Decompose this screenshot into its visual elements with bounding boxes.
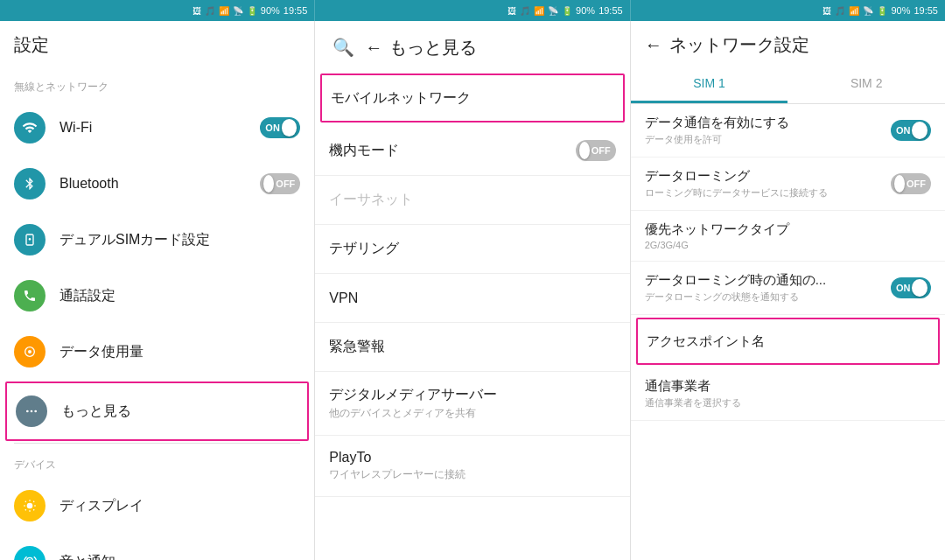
- playto-item[interactable]: PlayTo ワイヤレスプレーヤーに接続: [315, 436, 629, 497]
- bluetooth-icon-circle: [14, 168, 46, 200]
- emergency-item[interactable]: 緊急警報: [315, 323, 629, 372]
- preferred-network-subtitle: 2G/3G/4G: [645, 240, 931, 250]
- dual-sim-item[interactable]: デュアルSIMカード設定: [0, 212, 314, 268]
- sound-icon-circle: [14, 546, 46, 560]
- carrier-item[interactable]: 通信事業者 通信事業者を選択する: [631, 368, 945, 421]
- svg-point-2: [26, 410, 29, 413]
- roaming-notify-item[interactable]: データローミング時の通知の... データローミングの状態を通知する ON: [631, 262, 945, 315]
- data-roaming-item[interactable]: データローミング ローミング時にデータサービスに接続する OFF: [631, 158, 945, 211]
- svg-point-4: [34, 410, 37, 413]
- dual-sim-text: デュアルSIMカード設定: [60, 231, 300, 249]
- network-panel: ← ネットワーク設定 SIM 1 SIM 2 データ通信を有効にする データ使用…: [631, 21, 945, 560]
- svg-point-1: [28, 350, 32, 354]
- airplane-item[interactable]: 機内モード OFF: [315, 126, 629, 176]
- status-bars: 🖼 🎵 📶 📡 🔋 90% 19:55 🖼 🎵 📶 📡 🔋 90% 19:55 …: [0, 0, 945, 21]
- call-text: 通話設定: [60, 287, 300, 305]
- data-usage-icon-circle: [14, 336, 46, 368]
- more-item[interactable]: もっと見る: [5, 382, 309, 441]
- status-bar-2: 🖼 🎵 📶 📡 🔋 90% 19:55: [315, 0, 630, 21]
- wifi-title: Wi-Fi: [60, 120, 260, 136]
- roaming-notify-text: データローミング時の通知の... データローミングの状態を通知する: [645, 272, 891, 304]
- data-enabled-text: データ通信を有効にする データ使用を許可: [645, 115, 891, 146]
- tethering-item[interactable]: テザリング: [315, 225, 629, 274]
- bluetooth-item[interactable]: Bluetooth OFF: [0, 156, 314, 212]
- wifi-text: Wi-Fi: [60, 120, 260, 136]
- roaming-notify-toggle-label: ON: [896, 283, 911, 293]
- svg-point-5: [27, 503, 33, 509]
- playto-title: PlayTo: [329, 450, 615, 466]
- data-enabled-title: データ通信を有効にする: [645, 115, 891, 131]
- display-item[interactable]: ディスプレイ: [0, 478, 314, 534]
- media-server-subtitle: 他のデバイスとメディアを共有: [329, 406, 615, 421]
- more-list: モバイルネットワーク 機内モード OFF イーサネット テザリング: [315, 70, 629, 560]
- sound-item[interactable]: 音と通知: [0, 534, 314, 560]
- back-arrow-more[interactable]: ←: [365, 38, 382, 58]
- mobile-network-item[interactable]: モバイルネットワーク: [320, 74, 624, 122]
- data-roaming-subtitle: ローミング時にデータサービスに接続する: [645, 186, 891, 200]
- airplane-row: 機内モード OFF: [329, 140, 615, 161]
- notification-icon-2: 🖼: [508, 6, 516, 16]
- dual-sim-icon-circle: [14, 224, 46, 256]
- music-icon-2: 🎵: [520, 6, 530, 16]
- dual-sim-title: デュアルSIMカード設定: [60, 231, 300, 249]
- more-header-row: 🔍 ← もっと見る: [329, 33, 615, 61]
- network-list: データ通信を有効にする データ使用を許可 ON データローミング ローミング時に…: [631, 104, 945, 560]
- more-title: もっと見る: [389, 36, 477, 60]
- call-icon-circle: [14, 280, 46, 312]
- settings-panel: 設定 無線とネットワーク Wi-Fi ON: [0, 21, 315, 560]
- network-header: ← ネットワーク設定: [631, 21, 945, 66]
- more-panel: 🔍 ← もっと見る モバイルネットワーク 機内モード OFF: [315, 21, 630, 560]
- data-enabled-subtitle: データ使用を許可: [645, 133, 891, 146]
- sim2-tab[interactable]: SIM 2: [788, 66, 945, 103]
- status-bar-1: 🖼 🎵 📶 📡 🔋 90% 19:55: [0, 0, 315, 21]
- bluetooth-toggle-knob: [263, 175, 274, 192]
- data-roaming-knob: [894, 175, 905, 192]
- call-item[interactable]: 通話設定: [0, 268, 314, 324]
- search-button[interactable]: 🔍: [329, 33, 358, 61]
- battery-icon: 🔋: [247, 6, 257, 16]
- media-server-item[interactable]: デジタルメディアサーバー 他のデバイスとメディアを共有: [315, 372, 629, 436]
- bluetooth-text: Bluetooth: [60, 176, 260, 192]
- data-enabled-toggle-label: ON: [896, 125, 911, 136]
- mobile-network-title: モバイルネットワーク: [331, 89, 613, 108]
- notification-icon: 🖼: [192, 6, 201, 16]
- ethernet-title: イーサネット: [329, 191, 615, 209]
- airplane-toggle-knob: [579, 142, 590, 159]
- roaming-notify-knob: [912, 279, 928, 297]
- carrier-title: 通信事業者: [645, 378, 931, 395]
- data-roaming-title: データローミング: [645, 168, 891, 185]
- time-1: 19:55: [284, 5, 308, 16]
- data-usage-item[interactable]: データ使用量: [0, 324, 314, 380]
- data-usage-text: データ使用量: [60, 343, 300, 361]
- airplane-title: 機内モード: [329, 142, 399, 160]
- sound-title: 音と通知: [60, 553, 300, 561]
- preferred-network-title: 優先ネットワークタイプ: [645, 221, 931, 238]
- data-roaming-toggle[interactable]: OFF: [891, 173, 931, 194]
- ethernet-item: イーサネット: [315, 176, 629, 225]
- wifi-item[interactable]: Wi-Fi ON: [0, 100, 314, 156]
- back-arrow-network[interactable]: ←: [645, 35, 662, 55]
- vpn-item[interactable]: VPN: [315, 274, 629, 323]
- wifi-toggle[interactable]: ON: [260, 117, 300, 138]
- sim1-tab[interactable]: SIM 1: [631, 66, 788, 103]
- airplane-toggle[interactable]: OFF: [576, 140, 616, 161]
- battery-pct-1: 90%: [261, 5, 280, 16]
- call-title: 通話設定: [60, 287, 300, 305]
- data-enabled-toggle[interactable]: ON: [891, 120, 931, 141]
- playto-subtitle: ワイヤレスプレーヤーに接続: [329, 467, 615, 482]
- time-3: 19:55: [914, 5, 938, 16]
- more-text: もっと見る: [61, 402, 298, 421]
- data-enabled-knob: [912, 122, 928, 139]
- section-wireless-label: 無線とネットワーク: [0, 66, 314, 100]
- sim-icon-3: 📶: [849, 6, 859, 16]
- battery-icon-2: 🔋: [562, 6, 572, 16]
- tethering-title: テザリング: [329, 240, 615, 258]
- data-enabled-item[interactable]: データ通信を有効にする データ使用を許可 ON: [631, 104, 945, 158]
- sim-icon: 📶: [219, 6, 229, 16]
- bluetooth-toggle[interactable]: OFF: [260, 173, 300, 194]
- roaming-notify-toggle[interactable]: ON: [891, 277, 931, 298]
- preferred-network-item[interactable]: 優先ネットワークタイプ 2G/3G/4G: [631, 211, 945, 262]
- media-server-title: デジタルメディアサーバー: [329, 386, 615, 404]
- apn-item[interactable]: アクセスポイント名: [636, 318, 940, 365]
- wifi-icon-circle: [14, 112, 46, 144]
